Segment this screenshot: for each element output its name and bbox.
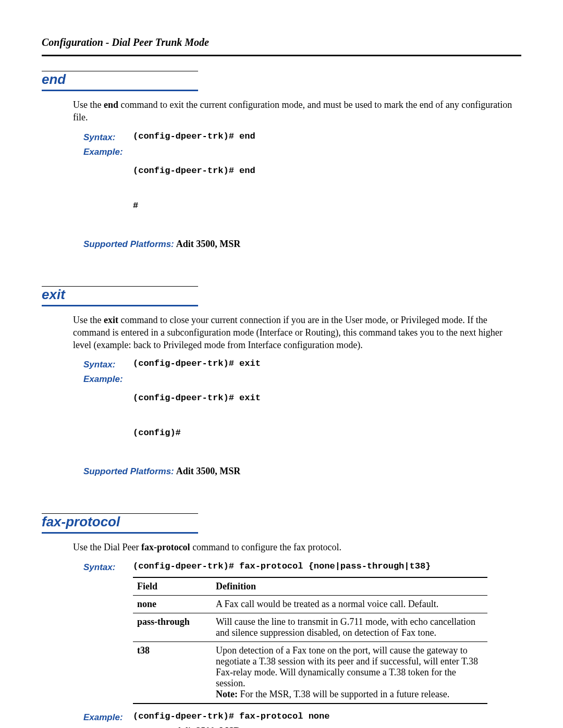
field-name: pass-through [133, 613, 212, 641]
end-example-line2: # [133, 201, 255, 211]
t38-note-label: Note: [216, 689, 238, 699]
syntax-label: Syntax: [83, 131, 133, 143]
heading-underline [42, 305, 198, 306]
header-rule [42, 55, 521, 56]
exit-syntax-row: Syntax: (config-dpeer-trk)# exit [83, 359, 521, 370]
syntax-label: Syntax: [83, 359, 133, 370]
platforms-label: Supported Platforms: [83, 466, 174, 476]
section-end: end Use the end command to exit the curr… [42, 71, 521, 250]
fax-desc-post: command to configure the fax protocol. [190, 542, 341, 552]
fax-syntax-row: Syntax: (config-dpeer-trk)# fax-protocol… [83, 561, 521, 573]
platforms-value: Adit 3500, MSR [176, 726, 241, 728]
table-row: none A Fax call would be treated as a no… [133, 595, 487, 613]
platforms-label: Supported Platforms: [83, 239, 174, 249]
exit-desc-pre: Use the [73, 315, 104, 325]
example-label: Example: [83, 373, 133, 385]
end-desc-post: command to exit the current configuratio… [73, 100, 512, 122]
end-platforms: Supported Platforms: Adit 3500, MSR [83, 239, 521, 250]
heading-underline [42, 90, 198, 91]
fax-syntax-code: (config-dpeer-trk)# fax-protocol {none|p… [133, 561, 431, 571]
t38-note-text: For the MSR, T.38 will be supported in a… [238, 689, 449, 699]
example-label: Example: [83, 146, 133, 157]
table-header-row: Field Definition [133, 577, 487, 596]
end-syntax-code: (config-dpeer-trk)# end [133, 131, 255, 141]
end-syntax-row: Syntax: (config-dpeer-trk)# end [83, 131, 521, 143]
example-label: Example: [83, 711, 133, 723]
section-heading-fax: fax-protocol [42, 514, 521, 530]
exit-desc-post: command to close your current connection… [73, 315, 503, 351]
field-def: A Fax call would be treated as a normal … [212, 595, 487, 613]
fax-desc-pre: Use the Dial Peer [73, 542, 141, 552]
fax-example-row: Example: (config-dpeer-trk)# fax-protoco… [83, 711, 521, 723]
end-example-code: (config-dpeer-trk)# end # [133, 146, 255, 236]
fax-example-code: (config-dpeer-trk)# fax-protocol none [133, 711, 329, 721]
section-heading-exit: exit [42, 287, 521, 303]
exit-example-row: Example: (config-dpeer-trk)# exit (confi… [83, 373, 521, 463]
section-fax-protocol: fax-protocol Use the Dial Peer fax-proto… [42, 513, 521, 728]
section-exit: exit Use the exit command to close your … [42, 286, 521, 477]
end-description: Use the end command to exit the current … [73, 98, 521, 124]
exit-platforms: Supported Platforms: Adit 3500, MSR [83, 466, 521, 477]
running-header: Configuration - Dial Peer Trunk Mode [42, 36, 521, 48]
exit-syntax-code: (config-dpeer-trk)# exit [133, 359, 261, 368]
exit-example-line1: (config-dpeer-trk)# exit [133, 393, 261, 403]
heading-underline [42, 532, 198, 534]
table-row: pass-through Will cause the line to tran… [133, 613, 487, 641]
field-name: t38 [133, 641, 212, 704]
syntax-label: Syntax: [83, 561, 133, 573]
section-heading-end: end [42, 71, 521, 88]
fax-description: Use the Dial Peer fax-protocol command t… [73, 541, 521, 553]
exit-example-line2: (config)# [133, 428, 261, 438]
platforms-value: Adit 3500, MSR [176, 239, 241, 249]
field-def: Will cause the line to transmit in G.711… [212, 613, 487, 641]
table-row: t38 Upon detection of a Fax tone on the … [133, 641, 487, 704]
field-name: none [133, 595, 212, 613]
fax-platforms: Supported Platforms: Adit 3500, MSR [83, 726, 521, 728]
field-def: Upon detection of a Fax tone on the port… [212, 641, 487, 704]
fax-field-table: Field Definition none A Fax call would b… [133, 577, 487, 704]
end-example-line1: (config-dpeer-trk)# end [133, 166, 255, 176]
exit-example-code: (config-dpeer-trk)# exit (config)# [133, 373, 261, 463]
end-desc-pre: Use the [73, 100, 104, 110]
exit-description: Use the exit command to close your curre… [73, 314, 521, 352]
end-desc-bold: end [104, 100, 118, 110]
fax-desc-bold: fax-protocol [141, 542, 190, 552]
platforms-value: Adit 3500, MSR [176, 466, 241, 476]
exit-desc-bold: exit [104, 315, 118, 325]
th-definition: Definition [212, 577, 487, 596]
t38-def-main: Upon detection of a Fax tone on the port… [216, 645, 478, 688]
th-field: Field [133, 577, 212, 596]
end-example-row: Example: (config-dpeer-trk)# end # [83, 146, 521, 236]
